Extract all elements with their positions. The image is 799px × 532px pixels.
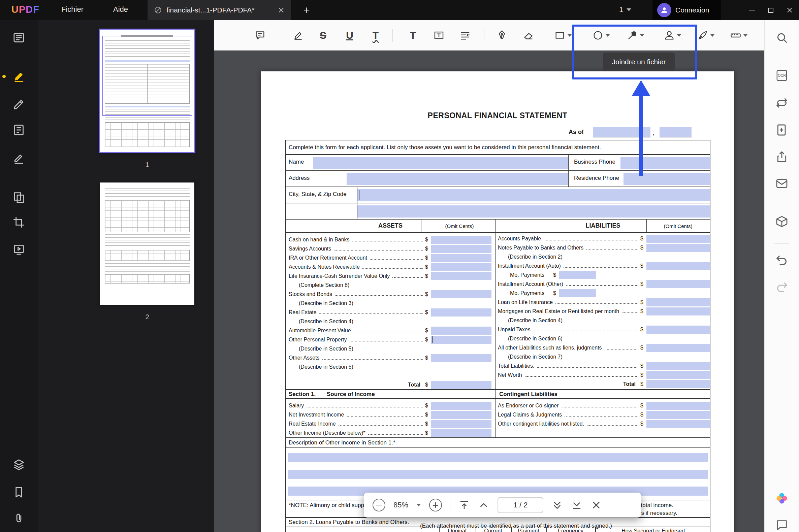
- amount-input[interactable]: [646, 307, 710, 316]
- signature-tool[interactable]: [697, 28, 714, 42]
- page-indicator[interactable]: 1 / 2: [498, 497, 543, 513]
- scroll-to-bottom-icon[interactable]: [571, 499, 582, 511]
- amount-input[interactable]: [431, 263, 491, 271]
- sidebar-item-sign[interactable]: [12, 151, 25, 165]
- amount-input[interactable]: [431, 411, 491, 419]
- amount-input[interactable]: [431, 308, 491, 317]
- amount-input[interactable]: [431, 429, 491, 437]
- amount-input[interactable]: [431, 254, 491, 262]
- city-input[interactable]: [357, 189, 710, 201]
- sidebar-item-crop[interactable]: [12, 215, 25, 229]
- amount-input[interactable]: [431, 272, 491, 280]
- amount-input[interactable]: [559, 271, 596, 279]
- amount-input[interactable]: [646, 344, 710, 352]
- description-input-1[interactable]: [288, 453, 708, 462]
- text-box-icon[interactable]: [432, 28, 446, 42]
- amount-input[interactable]: [431, 290, 491, 298]
- amount-input[interactable]: [646, 244, 710, 252]
- ai-assistant-icon[interactable]: [775, 492, 788, 505]
- amount-input[interactable]: [431, 236, 491, 244]
- chevron-down-icon[interactable]: [606, 34, 610, 37]
- extract-pages-icon[interactable]: [775, 123, 788, 137]
- description-input-2[interactable]: [288, 470, 708, 479]
- amount-input[interactable]: [646, 380, 710, 388]
- name-input[interactable]: [313, 157, 568, 169]
- undo-icon[interactable]: [775, 253, 788, 267]
- email-icon[interactable]: [775, 177, 788, 190]
- chevron-down-icon[interactable]: [743, 34, 747, 37]
- bookmarks-panel-icon[interactable]: [12, 486, 25, 499]
- account-button[interactable]: Connexion: [652, 0, 721, 20]
- chevron-down-icon[interactable]: [677, 34, 681, 37]
- sidebar-item-forms[interactable]: [12, 123, 25, 137]
- close-button[interactable]: [780, 0, 799, 20]
- sidebar-item-comment[interactable]: [12, 70, 25, 83]
- attach-file-tool[interactable]: [627, 28, 644, 42]
- open-documents-count[interactable]: 1: [619, 5, 631, 14]
- chevron-down-icon[interactable]: [568, 34, 572, 37]
- measure-tool[interactable]: [730, 28, 747, 42]
- rectangle-shape-tool[interactable]: [554, 28, 572, 42]
- sidebar-item-organize[interactable]: [12, 191, 25, 204]
- amount-input[interactable]: [646, 262, 710, 270]
- amount-input[interactable]: [646, 280, 710, 288]
- add-text-icon[interactable]: T: [406, 28, 420, 42]
- amount-input[interactable]: [431, 381, 491, 389]
- amount-input[interactable]: [646, 298, 710, 306]
- amount-input[interactable]: [646, 371, 710, 379]
- new-tab-button[interactable]: +: [299, 3, 314, 18]
- typewriter-icon[interactable]: [459, 28, 472, 42]
- ellipse-shape-tool[interactable]: [592, 28, 610, 42]
- attachments-panel-icon[interactable]: [12, 512, 25, 525]
- zoom-dropdown-icon[interactable]: [416, 504, 421, 507]
- highlight-icon[interactable]: [291, 28, 305, 42]
- amount-input[interactable]: [431, 327, 491, 335]
- comments-panel-icon[interactable]: [775, 518, 788, 532]
- amount-input[interactable]: [646, 326, 710, 334]
- scroll-to-top-icon[interactable]: [459, 499, 470, 511]
- next-page-icon[interactable]: [552, 499, 563, 511]
- address-input[interactable]: [347, 173, 568, 185]
- previous-page-icon[interactable]: [478, 499, 489, 511]
- document-viewer[interactable]: PERSONAL FINANCIAL STATEMENT As of , Com…: [214, 51, 764, 532]
- search-icon[interactable]: [775, 31, 788, 44]
- maximize-button[interactable]: [761, 0, 780, 20]
- strikethrough-icon[interactable]: S: [316, 28, 330, 42]
- amount-input[interactable]: [431, 420, 491, 428]
- sidebar-item-reader[interactable]: [12, 31, 25, 44]
- amount-input[interactable]: [431, 336, 491, 344]
- sidebar-item-pages[interactable]: [12, 243, 25, 256]
- zoom-out-button[interactable]: [373, 499, 385, 511]
- amount-input[interactable]: [646, 402, 710, 410]
- menu-aide[interactable]: Aide: [113, 5, 128, 14]
- close-zoombar-icon[interactable]: [591, 499, 602, 511]
- extra-input[interactable]: [357, 205, 710, 217]
- amount-input[interactable]: [431, 245, 491, 253]
- chevron-down-icon[interactable]: [640, 34, 644, 37]
- business-phone-input[interactable]: [620, 157, 710, 169]
- tab-close-icon[interactable]: [278, 7, 285, 14]
- as-of-year-field[interactable]: [659, 127, 691, 137]
- document-tab[interactable]: financial-st...1-PDFA-PDFA*: [148, 0, 291, 20]
- pen-icon[interactable]: [495, 28, 509, 42]
- residence-phone-input[interactable]: [624, 173, 710, 185]
- redo-icon[interactable]: [775, 281, 788, 294]
- chevron-down-icon[interactable]: [710, 34, 714, 37]
- stamp-tool[interactable]: [664, 28, 681, 42]
- convert-icon[interactable]: [775, 96, 788, 109]
- note-icon[interactable]: [253, 28, 267, 42]
- zoom-in-button[interactable]: [429, 499, 442, 511]
- page-thumbnail-2[interactable]: [100, 183, 194, 305]
- page-thumbnail-1[interactable]: [100, 30, 194, 152]
- amount-input[interactable]: [646, 420, 710, 428]
- underline-icon[interactable]: U: [343, 28, 356, 42]
- amount-input[interactable]: [646, 362, 710, 370]
- amount-input[interactable]: [431, 402, 491, 410]
- eraser-icon[interactable]: [522, 28, 535, 42]
- share-icon[interactable]: [775, 150, 788, 164]
- minimize-button[interactable]: [742, 0, 761, 20]
- amount-input[interactable]: [646, 411, 710, 419]
- menu-fichier[interactable]: Fichier: [61, 5, 83, 14]
- amount-input[interactable]: [431, 354, 491, 362]
- thumbnails-panel-icon[interactable]: [12, 458, 25, 471]
